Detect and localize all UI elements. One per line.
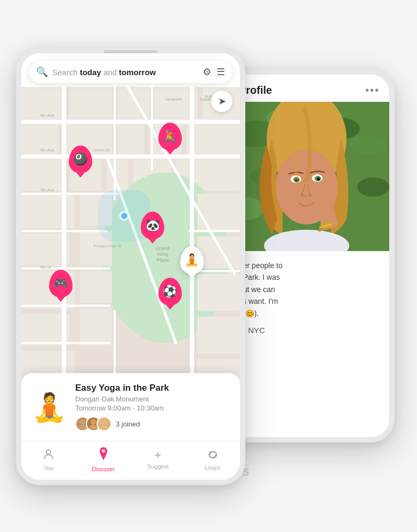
pin-panda[interactable]: 🐼 xyxy=(141,212,164,239)
pin-gamepad[interactable]: 🎮 xyxy=(49,270,73,297)
nav-label-suggest: Suggest xyxy=(147,463,169,470)
pin-billiards[interactable]: 🎱 xyxy=(69,146,92,173)
svg-point-64 xyxy=(100,425,108,431)
svg-rect-8 xyxy=(117,125,144,154)
bottom-nav: You Discover + Suggest xyxy=(21,441,240,480)
navigate-icon: ➤ xyxy=(218,95,226,107)
svg-point-62 xyxy=(89,425,97,431)
event-card[interactable]: 🧘 Easy Yoga in the Park Dongan Oak Monum… xyxy=(21,373,240,441)
profile-text-section: her people tot Park. I wasout we canks w… xyxy=(229,251,389,437)
profile-photo xyxy=(229,102,389,251)
svg-point-65 xyxy=(46,450,51,454)
event-time: Tomorrow 9:00am - 10:30am xyxy=(75,404,229,412)
svg-rect-24 xyxy=(80,271,112,303)
filter-icon[interactable]: ⚙ xyxy=(203,66,211,78)
pin-soccer[interactable]: ⚽ xyxy=(158,278,182,305)
loops-icon xyxy=(206,448,220,462)
event-emoji: 🧘 xyxy=(32,393,67,421)
svg-text:5th Ave: 5th Ave xyxy=(40,148,54,152)
svg-rect-17 xyxy=(21,194,75,229)
svg-text:Army: Army xyxy=(157,252,169,257)
svg-point-71 xyxy=(349,135,387,154)
event-title: Easy Yoga in the Park xyxy=(75,383,229,393)
nav-item-you[interactable]: You xyxy=(33,448,65,471)
nav-item-suggest[interactable]: + Suggest xyxy=(142,449,174,470)
front-phone: Grand Army Plaza Fulton 4th Ave 5th Ave … xyxy=(16,48,245,485)
svg-rect-23 xyxy=(80,231,112,266)
profile-bio: her people tot Park. I wasout we canks w… xyxy=(239,260,380,319)
profile-menu-button[interactable]: ••• xyxy=(365,84,380,96)
discover-icon xyxy=(98,447,109,464)
svg-rect-26 xyxy=(197,194,240,231)
svg-rect-11 xyxy=(21,159,64,191)
event-info: Easy Yoga in the Park Dongan Oak Monumen… xyxy=(75,383,229,431)
search-bar[interactable]: 🔍 Search today and tomorrow ⚙ ☰ xyxy=(29,61,232,83)
svg-point-60 xyxy=(78,425,86,431)
navigation-button[interactable]: ➤ xyxy=(211,91,232,112)
svg-rect-27 xyxy=(197,237,240,269)
svg-point-66 xyxy=(102,449,105,453)
svg-rect-2 xyxy=(69,87,112,119)
svg-text:4th Ave: 4th Ave xyxy=(40,113,54,118)
map-container: Grand Army Plaza Fulton 4th Ave 5th Ave … xyxy=(21,53,240,441)
you-icon xyxy=(43,448,54,463)
svg-point-61 xyxy=(91,419,96,424)
profile-photo-svg xyxy=(229,102,389,251)
svg-text:Grand: Grand xyxy=(156,246,169,251)
profile-city: ✦ NYC xyxy=(239,326,380,335)
svg-point-74 xyxy=(357,178,389,197)
nav-label-discover: Discover xyxy=(92,466,115,472)
search-icon: 🔍 xyxy=(36,66,48,78)
pin-yoga-white[interactable]: 🧘 xyxy=(180,246,204,274)
event-location: Dongan Oak Monument xyxy=(75,395,229,403)
nav-label-loops: Loops xyxy=(205,464,221,471)
svg-text:Vanderbilt: Vanderbilt xyxy=(165,98,182,101)
svg-rect-25 xyxy=(80,309,112,346)
back-phone: Profile ••• xyxy=(224,69,395,442)
svg-rect-29 xyxy=(197,317,240,354)
svg-point-63 xyxy=(101,419,107,424)
nav-item-loops[interactable]: Loops xyxy=(197,448,229,471)
svg-text:Prospect Park W: Prospect Park W xyxy=(93,244,122,248)
svg-point-82 xyxy=(317,178,320,181)
current-location xyxy=(119,211,129,221)
svg-text:9th St: 9th St xyxy=(40,265,52,270)
search-text: Search today and tomorrow xyxy=(52,68,203,77)
svg-text:7th Ave: 7th Ave xyxy=(40,188,54,192)
attendee-avatars xyxy=(75,416,111,431)
event-attendees: 3 joined xyxy=(75,416,229,431)
svg-rect-22 xyxy=(80,194,112,226)
attendee-count: 3 joined xyxy=(116,420,140,428)
pin-cycling[interactable]: 🚴 xyxy=(158,123,182,150)
svg-rect-28 xyxy=(197,274,240,311)
suggest-icon: + xyxy=(155,449,162,461)
avatar-3 xyxy=(97,416,111,431)
list-icon[interactable]: ☰ xyxy=(216,66,225,78)
profile-header: Profile ••• xyxy=(229,75,389,102)
nav-item-discover[interactable]: Discover xyxy=(87,447,119,472)
svg-point-59 xyxy=(80,419,85,424)
svg-text:Union St: Union St xyxy=(93,148,110,152)
nav-label-you: You xyxy=(44,465,54,471)
svg-rect-10 xyxy=(187,125,240,154)
svg-text:Plaza: Plaza xyxy=(157,257,169,263)
